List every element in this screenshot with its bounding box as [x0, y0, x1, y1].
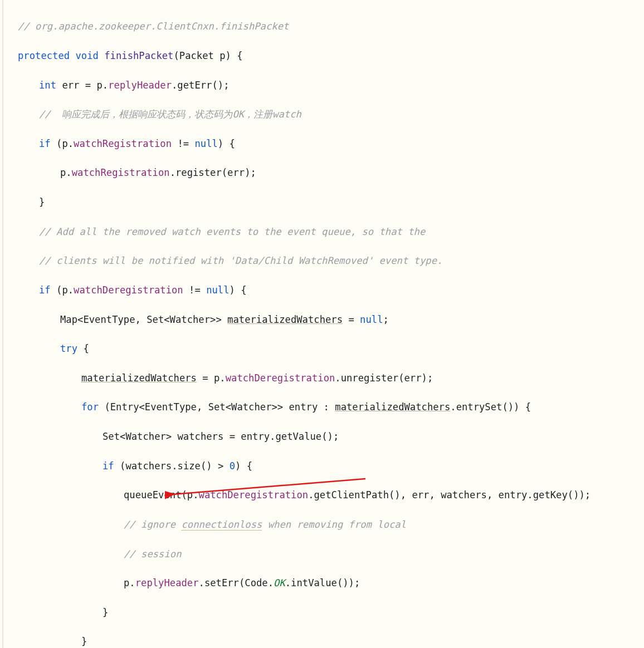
- comment: // Add all the removed watch events to t…: [39, 226, 425, 237]
- field-watchRegistration: watchRegistration: [72, 167, 170, 178]
- enum-ok: OK: [274, 577, 285, 588]
- field-watchDeregistration: watchDeregistration: [226, 372, 335, 384]
- keyword-if: if: [39, 284, 51, 296]
- keyword-if: if: [39, 138, 51, 149]
- keyword-if: if: [103, 460, 114, 472]
- comment: // org.apache.zookeeper.ClientCnxn.finis…: [18, 21, 289, 32]
- params: (Packet p) {: [173, 50, 242, 61]
- method-name: finishPacket: [104, 50, 173, 61]
- comment: // session: [124, 548, 181, 559]
- comment-cn: // 响应完成后，根据响应状态码，状态码为OK，注册watch: [39, 109, 301, 120]
- var-materializedWatchers: materializedWatchers: [227, 314, 343, 325]
- field-watchRegistration: watchRegistration: [74, 138, 172, 149]
- comment: // ignore connectionloss when removing f…: [124, 519, 406, 531]
- keyword-int: int: [39, 80, 56, 91]
- field-replyHeader: replyHeader: [108, 80, 172, 91]
- code-block: // org.apache.zookeeper.ClientCnxn.finis…: [2, 0, 644, 648]
- keyword-protected: protected: [18, 50, 70, 61]
- field-watchDeregistration: watchDeregistration: [74, 284, 183, 296]
- comment: // clients will be notified with 'Data/C…: [39, 255, 442, 266]
- field-replyHeader: replyHeader: [135, 577, 199, 588]
- field-watchDeregistration: watchDeregistration: [199, 489, 309, 500]
- keyword-for: for: [81, 401, 99, 413]
- keyword-void: void: [76, 50, 99, 61]
- var-materializedWatchers: materializedWatchers: [335, 401, 450, 413]
- var-materializedWatchers: materializedWatchers: [81, 372, 197, 384]
- keyword-try: try: [60, 343, 77, 354]
